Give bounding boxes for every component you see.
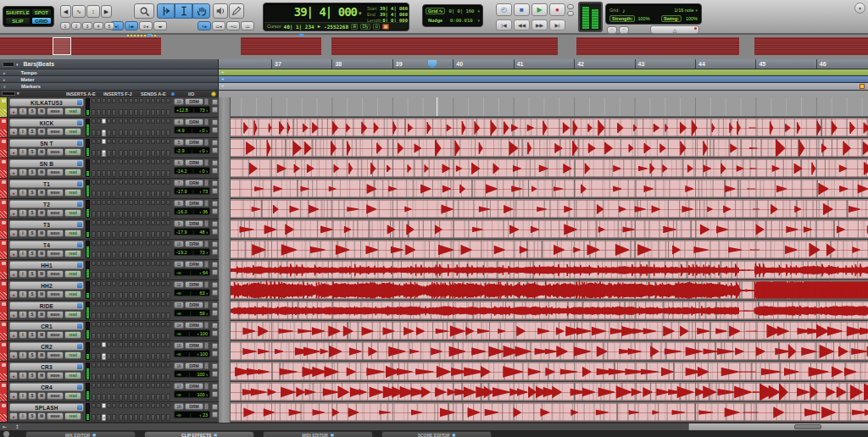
pan-value[interactable]: 63 ›	[200, 290, 208, 296]
insert-slot[interactable]	[139, 301, 143, 307]
insert-slot[interactable]	[102, 220, 106, 225]
track-view-selector[interactable]: wave	[47, 372, 64, 379]
insert-slot[interactable]	[92, 301, 96, 307]
insert-slot[interactable]	[124, 322, 128, 327]
automation-mode-button[interactable]: read	[64, 412, 81, 420]
io-mini-button[interactable]	[204, 139, 209, 146]
insert-slot[interactable]	[107, 272, 111, 279]
insert-slot[interactable]	[92, 180, 96, 185]
insert-slot[interactable]	[112, 170, 116, 177]
send-slot[interactable]	[166, 150, 170, 157]
insert-slot[interactable]	[119, 333, 123, 340]
send-slot[interactable]	[151, 362, 155, 368]
track-mini-button[interactable]	[212, 249, 218, 255]
insert-slot[interactable]	[134, 261, 138, 266]
record-enable-button[interactable]: ●	[9, 270, 18, 278]
send-slot[interactable]	[166, 333, 170, 340]
horizontal-scrollbar[interactable]	[688, 423, 868, 430]
send-slot[interactable]	[156, 342, 160, 347]
send-slot[interactable]	[161, 403, 165, 408]
send-slot[interactable]	[151, 170, 155, 177]
automation-mode-button[interactable]: read	[64, 250, 81, 257]
track-name-box[interactable]: CR1	[9, 322, 84, 330]
insert-slot[interactable]	[124, 414, 128, 421]
output-assignment[interactable]: DRM	[185, 241, 203, 247]
track-mini-button[interactable]	[212, 351, 218, 357]
solo-button[interactable]: S	[28, 189, 36, 196]
insert-slot[interactable]	[134, 150, 138, 157]
input-assignment[interactable]: 12	[174, 281, 184, 288]
track-mini-button[interactable]	[212, 160, 218, 166]
track-view-selector[interactable]: wave	[47, 270, 64, 278]
insert-slot[interactable]	[134, 383, 138, 388]
volume-pan-display[interactable]: -17.9|48 ›	[174, 228, 210, 235]
automation-mode-button[interactable]: read	[64, 311, 81, 318]
insert-slot[interactable]	[107, 119, 111, 124]
insert-slot[interactable]	[102, 394, 106, 401]
track-name[interactable]: SPLASH	[10, 405, 83, 411]
insert-slot[interactable]	[124, 150, 128, 157]
zoom-preset-1[interactable]: 1	[60, 22, 70, 30]
universe-overview[interactable]	[0, 34, 868, 59]
session-status-icon[interactable]: ▦	[382, 24, 389, 30]
volume-value[interactable]: -∞	[176, 412, 181, 418]
insert-slot[interactable]	[134, 394, 138, 401]
send-slot[interactable]	[146, 150, 150, 157]
nudge-caret-icon[interactable]: ▾	[477, 18, 480, 23]
send-slot[interactable]	[146, 211, 150, 218]
send-slot[interactable]	[156, 170, 160, 177]
send-slot[interactable]	[146, 342, 150, 347]
insert-slot[interactable]	[102, 342, 106, 347]
track-mini-button[interactable]	[212, 391, 218, 397]
track-name-box[interactable]: T4	[9, 241, 84, 249]
track-mini-button[interactable]	[212, 241, 218, 247]
play-button[interactable]: ▶	[531, 3, 548, 16]
insert-slot[interactable]	[97, 231, 101, 238]
delay-compensation-indicator[interactable]: Dly	[360, 24, 370, 30]
insert-slot[interactable]	[92, 170, 96, 177]
insert-slot[interactable]	[124, 191, 128, 197]
track-color-strip[interactable]	[0, 301, 8, 320]
insert-slot[interactable]	[112, 119, 116, 124]
insert-slot[interactable]: Q	[102, 130, 106, 136]
insert-slot[interactable]	[139, 292, 143, 299]
send-slot[interactable]	[146, 159, 150, 164]
track-color-strip[interactable]	[0, 260, 8, 279]
insert-slot[interactable]	[129, 394, 133, 401]
pan-value[interactable]: ‹ 100	[197, 351, 208, 357]
automation-mode-button[interactable]: read	[64, 331, 81, 339]
mute-button[interactable]: M	[37, 372, 46, 379]
send-slot[interactable]	[161, 170, 165, 177]
insert-slot[interactable]	[107, 261, 111, 266]
insert-slot[interactable]	[112, 383, 116, 388]
insert-slot[interactable]	[124, 353, 128, 360]
send-slot[interactable]	[166, 130, 170, 136]
insert-slot[interactable]	[102, 333, 106, 340]
send-slot[interactable]	[166, 119, 170, 124]
send-slot[interactable]	[161, 342, 165, 347]
bars-beats-ruler-label-area[interactable]: ▾ Bars|Beats	[0, 59, 219, 69]
track-name[interactable]: HH2	[10, 283, 83, 289]
send-slot[interactable]	[161, 261, 165, 266]
send-slot[interactable]	[161, 322, 165, 327]
insert-slot[interactable]	[97, 414, 101, 421]
grabber-tool-button[interactable]	[192, 3, 210, 19]
insert-slot[interactable]	[119, 241, 123, 246]
insert-slot[interactable]	[119, 119, 123, 124]
playlist-selector-icon[interactable]	[77, 283, 82, 288]
insert-slot[interactable]	[124, 180, 128, 185]
insert-slot[interactable]	[119, 292, 123, 299]
track-color-strip[interactable]	[0, 179, 8, 198]
insert-slot[interactable]	[112, 313, 116, 319]
solo-button[interactable]: S	[28, 412, 36, 420]
send-slot[interactable]	[151, 333, 155, 340]
insert-slot[interactable]	[139, 231, 143, 238]
mute-button[interactable]: M	[37, 270, 46, 278]
insert-slot[interactable]	[102, 322, 106, 327]
record-enable-button[interactable]: ●	[9, 230, 18, 237]
meter-arrow-icon[interactable]: ▸	[3, 77, 6, 82]
bottom-menu-circle-icon[interactable]	[3, 431, 9, 437]
insert-slot[interactable]	[92, 119, 96, 124]
track-mini-button[interactable]	[212, 208, 218, 214]
solo-button[interactable]: S	[28, 108, 36, 115]
